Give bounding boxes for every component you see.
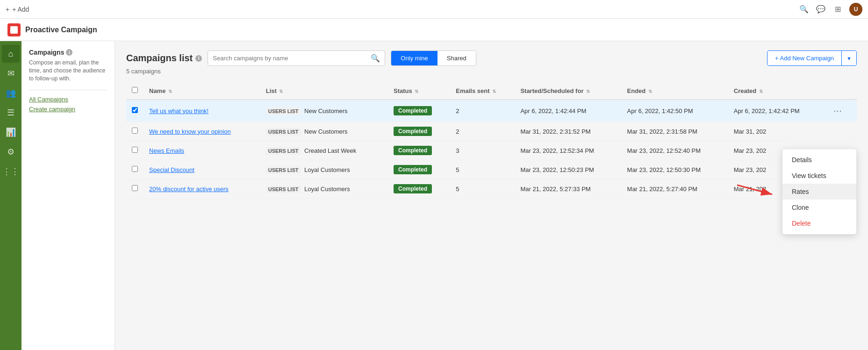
row-list: USERS LIST New Customers [260, 100, 388, 122]
campaign-name-link[interactable]: We need to know your opinion [149, 128, 231, 135]
th-name[interactable]: Name ⇅ [143, 82, 260, 100]
sidebar-link-create-campaign[interactable]: Create campaign [29, 106, 107, 113]
row-started: Apr 6, 2022, 1:42:44 PM [515, 100, 621, 122]
context-menu-item-delete[interactable]: Delete [782, 215, 856, 231]
list-name: Loyal Customers [304, 186, 350, 193]
list-name: New Customers [304, 128, 347, 135]
grid-icon[interactable]: ⊞ [832, 4, 843, 14]
table-row: Special Discount USERS LIST Loyal Custom… [126, 160, 857, 179]
row-emails-sent: 2 [450, 122, 515, 141]
campaign-name-link[interactable]: 20% discount for active users [149, 186, 229, 193]
campaign-name-link[interactable]: Tell us what you think! [149, 107, 208, 114]
nav-item-email[interactable]: ✉ [2, 64, 20, 82]
toggle-only-mine[interactable]: Only mine [391, 51, 438, 65]
top-bar-right: 🔍 💬 ⊞ U [799, 3, 862, 16]
app-bar: Proactive Campaign [0, 19, 868, 41]
row-started: Mar 21, 2022, 5:27:33 PM [515, 179, 621, 199]
th-created[interactable]: Created ⇅ [728, 82, 825, 100]
list-tag: USERS LIST [266, 186, 301, 193]
row-started: Mar 23, 2022, 12:52:34 PM [515, 141, 621, 160]
page-title-info-icon: i [195, 55, 202, 62]
search-input[interactable] [213, 55, 367, 62]
sidebar: Campaigns i Compose an email, plan the t… [22, 41, 115, 350]
sidebar-link-all-campaigns[interactable]: All Campaigns [29, 96, 107, 103]
status-badge: Completed [394, 106, 432, 115]
row-name: Special Discount [143, 160, 260, 179]
campaigns-count: 5 campaigns [126, 68, 857, 75]
nav-item-home[interactable]: ⌂ [2, 45, 20, 63]
th-checkbox [126, 82, 143, 100]
chat-icon[interactable]: 💬 [816, 4, 826, 14]
row-name: News Emails [143, 141, 260, 160]
campaigns-table: Name ⇅ List ⇅ Status ⇅ Emails sent ⇅ Sta… [126, 82, 857, 199]
row-checkbox[interactable] [132, 166, 138, 172]
add-campaign-main-button[interactable]: + Add New Campaign [768, 51, 841, 65]
top-bar-left: + + Add [6, 6, 29, 13]
page-title: Campaigns list i [126, 53, 202, 64]
top-bar: + + Add 🔍 💬 ⊞ U [0, 0, 868, 19]
row-ended: Mar 21, 2022, 5:27:40 PM [622, 179, 728, 199]
select-all-checkbox[interactable] [132, 87, 138, 93]
app-logo-inner [10, 26, 18, 34]
row-actions-cell: ⋯ [825, 100, 857, 122]
left-nav: ⌂ ✉ 👥 ☰ 📊 ⚙ ⋮⋮ [0, 41, 22, 350]
user-avatar[interactable]: U [849, 3, 862, 16]
th-actions [825, 82, 857, 100]
row-list: USERS LIST Created Last Week [260, 141, 388, 160]
campaign-table-body: Tell us what you think! USERS LIST New C… [126, 100, 857, 199]
add-campaign-dropdown-button[interactable]: ▼ [841, 51, 856, 65]
row-checkbox-cell [126, 122, 143, 141]
row-started: Mar 23, 2022, 12:50:23 PM [515, 160, 621, 179]
row-emails-sent: 2 [450, 100, 515, 122]
search-box[interactable]: 🔍 [208, 50, 385, 66]
status-badge: Completed [394, 127, 432, 136]
search-icon[interactable]: 🔍 [799, 4, 809, 14]
nav-item-list[interactable]: ☰ [2, 104, 20, 121]
row-status: Completed [388, 179, 450, 199]
list-name: New Customers [304, 107, 347, 114]
th-emails-sent[interactable]: Emails sent ⇅ [450, 82, 515, 100]
plus-icon: + [6, 6, 9, 13]
row-status: Completed [388, 160, 450, 179]
row-checkbox[interactable] [132, 128, 138, 134]
list-tag: USERS LIST [266, 128, 301, 136]
table-header: Name ⇅ List ⇅ Status ⇅ Emails sent ⇅ Sta… [126, 82, 857, 100]
row-checkbox[interactable] [132, 107, 138, 113]
th-status[interactable]: Status ⇅ [388, 82, 450, 100]
row-status: Completed [388, 122, 450, 141]
toggle-shared[interactable]: Shared [438, 51, 476, 65]
sidebar-divider [29, 90, 107, 90]
nav-item-contacts[interactable]: 👥 [2, 84, 20, 102]
context-menu-item-clone[interactable]: Clone [782, 200, 856, 215]
nav-item-reports[interactable]: 📊 [2, 123, 20, 141]
row-checkbox[interactable] [132, 185, 138, 191]
th-started[interactable]: Started/Scheduled for ⇅ [515, 82, 621, 100]
add-label[interactable]: + Add [12, 6, 29, 13]
campaign-name-link[interactable]: News Emails [149, 147, 184, 154]
row-ended: Mar 23, 2022, 12:52:40 PM [622, 141, 728, 160]
row-list: USERS LIST New Customers [260, 122, 388, 141]
row-checkbox[interactable] [132, 147, 138, 153]
th-ended[interactable]: Ended ⇅ [622, 82, 728, 100]
row-checkbox-cell [126, 100, 143, 122]
row-checkbox-cell [126, 141, 143, 160]
context-menu-item-rates[interactable]: Rates [782, 184, 856, 200]
list-name: Loyal Customers [304, 166, 350, 173]
nav-item-apps[interactable]: ⋮⋮ [2, 163, 20, 180]
app-logo [7, 23, 21, 36]
campaign-name-link[interactable]: Special Discount [149, 166, 194, 173]
context-menu-item-details[interactable]: Details [782, 152, 856, 168]
th-list[interactable]: List ⇅ [260, 82, 388, 100]
table-row: We need to know your opinion USERS LIST … [126, 122, 857, 141]
row-started: Mar 31, 2022, 2:31:52 PM [515, 122, 621, 141]
row-menu-button[interactable]: ⋯ [831, 105, 845, 117]
row-emails-sent: 3 [450, 141, 515, 160]
row-list: USERS LIST Loyal Customers [260, 179, 388, 199]
context-menu: Details View tickets Rates Clone Delete [782, 149, 857, 235]
row-name: We need to know your opinion [143, 122, 260, 141]
row-list: USERS LIST Loyal Customers [260, 160, 388, 179]
row-created: Mar 31, 202 [728, 122, 825, 141]
context-menu-item-view-tickets[interactable]: View tickets [782, 168, 856, 184]
filter-toggle-group: Only mine Shared [391, 50, 476, 66]
nav-item-settings[interactable]: ⚙ [2, 143, 20, 161]
